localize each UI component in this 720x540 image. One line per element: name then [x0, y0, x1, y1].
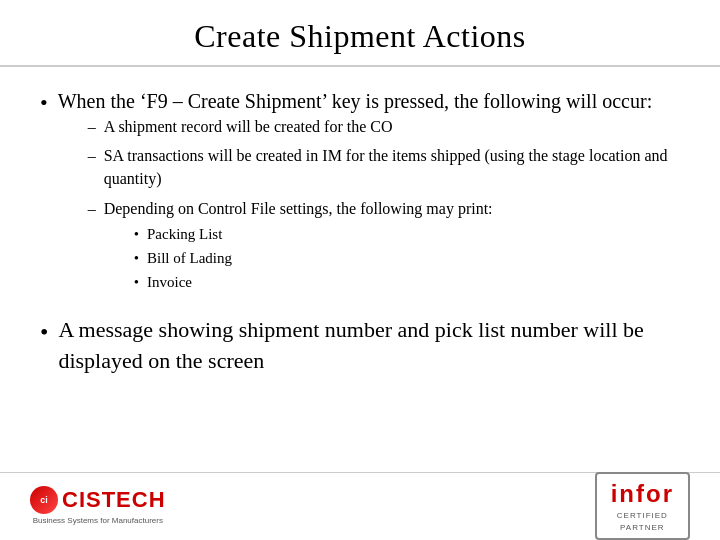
cistech-icon: ci [30, 486, 58, 514]
slide: Create Shipment Actions • When the ‘F9 –… [0, 0, 720, 540]
slide-content: • When the ‘F9 – Create Shipment’ key is… [0, 67, 720, 472]
infor-logo: infor CERTIFIED PARTNER [595, 472, 690, 540]
dash-1: – [88, 115, 96, 138]
sub-bullet-1-3-content: Depending on Control File settings, the … [104, 197, 493, 293]
bullet-2-dot: • [40, 316, 48, 350]
infor-name: infor [611, 480, 674, 508]
dash-2: – [88, 144, 96, 167]
bullet-2: • A message showing shipment number and … [40, 315, 680, 377]
sub-bullets-1: – A shipment record will be created for … [88, 115, 680, 293]
infor-certified: CERTIFIED [617, 511, 668, 520]
cistech-logo: ci CISTECH Business Systems for Manufact… [30, 486, 166, 525]
cistech-logo-top: ci CISTECH [30, 486, 166, 514]
slide-title: Create Shipment Actions [40, 18, 680, 55]
mini-dot-3: • [134, 272, 139, 293]
sub-sub-bullet-3: • Invoice [134, 272, 493, 293]
sub-sub-bullets: • Packing List • Bill of Lading • Invoic… [134, 224, 493, 293]
cistech-name: CISTECH [62, 487, 166, 513]
dash-3: – [88, 197, 96, 220]
sub-bullet-1-3: – Depending on Control File settings, th… [88, 197, 680, 293]
cistech-tagline: Business Systems for Manufacturers [33, 516, 163, 525]
infor-box: infor CERTIFIED PARTNER [595, 472, 690, 540]
bullet-1-dot: • [40, 88, 48, 119]
mini-dot-2: • [134, 248, 139, 269]
sub-sub-bullet-1: • Packing List [134, 224, 493, 245]
bullet-1: • When the ‘F9 – Create Shipment’ key is… [40, 87, 680, 293]
infor-partner: PARTNER [620, 523, 665, 532]
mini-dot-1: • [134, 224, 139, 245]
slide-footer: ci CISTECH Business Systems for Manufact… [0, 472, 720, 540]
bullet-1-text: When the ‘F9 – Create Shipment’ key is p… [58, 87, 680, 293]
slide-header: Create Shipment Actions [0, 0, 720, 67]
sub-bullet-1-1: – A shipment record will be created for … [88, 115, 680, 138]
sub-bullet-1-2: – SA transactions will be created in IM … [88, 144, 680, 190]
sub-sub-bullet-2: • Bill of Lading [134, 248, 493, 269]
